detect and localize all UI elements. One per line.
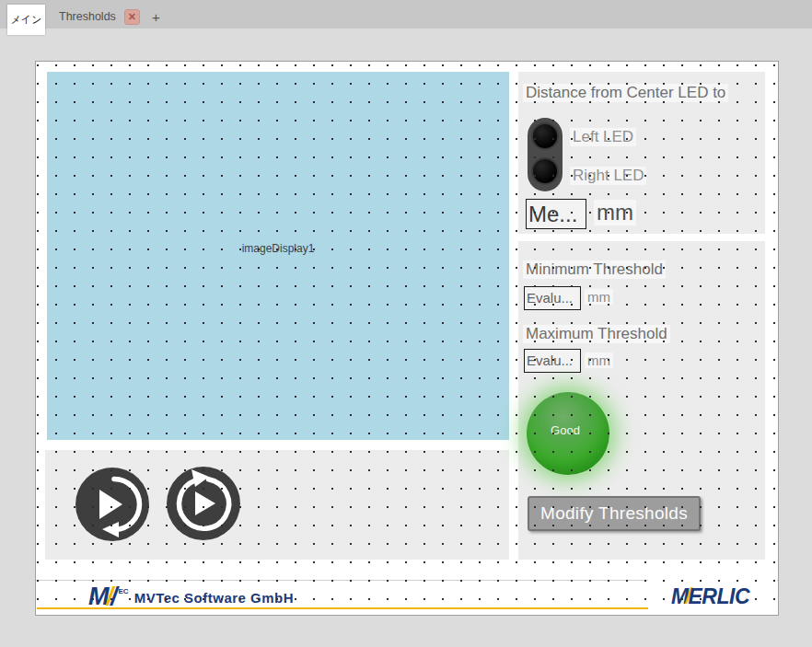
status-indicator: Good <box>527 392 609 475</box>
minimum-threshold-unit: mm <box>585 289 613 305</box>
tab-bar: Thresholds ✕ + <box>0 0 812 29</box>
right-led-radio[interactable] <box>531 157 559 185</box>
run-continuous-button[interactable] <box>167 467 240 540</box>
execution-panel <box>45 450 509 560</box>
measured-distance-unit: mm <box>594 200 636 225</box>
left-led-label: Left LED <box>570 128 636 146</box>
maximum-threshold-field[interactable]: Evalu... <box>524 349 581 373</box>
minimum-threshold-field[interactable]: Evalu... <box>524 286 581 310</box>
merlic-logo-box: M/ERLIC <box>648 579 777 614</box>
run-once-button[interactable] <box>75 468 149 541</box>
footer-accent-line <box>37 607 727 609</box>
image-display-label: imageDisplay1 <box>242 242 315 255</box>
new-tab-button[interactable]: + <box>152 9 160 25</box>
left-led-radio[interactable] <box>531 122 559 150</box>
maximum-threshold-label: Maximum Threshold <box>523 325 670 343</box>
modify-thresholds-button[interactable]: Modify Thresholds <box>528 496 701 531</box>
image-display[interactable]: imageDisplay1 <box>47 72 509 440</box>
right-led-label: Right LED <box>570 167 646 185</box>
mvtec-company-text: MVTec Software GmbH <box>134 590 294 606</box>
distance-panel: Distance from Center LED to Left LED Rig… <box>518 72 765 234</box>
design-canvas: imageDisplay1 Distance from Center LED t… <box>35 61 779 616</box>
status-label: Good <box>551 423 580 437</box>
mvtec-logo-mark: M// <box>88 584 115 608</box>
mvtec-logo: M// EC MVTec Software GmbH <box>88 583 294 608</box>
run-continuous-icon <box>167 467 240 540</box>
merlic-logo: M/ERLIC <box>671 584 749 609</box>
led-selector <box>528 118 563 191</box>
mvtec-logo-sup: EC <box>119 587 129 595</box>
threshold-panel: Minimum Threshold Evalu... mm Maximum Th… <box>518 241 765 560</box>
tab-thresholds-label: Thresholds <box>59 10 116 23</box>
run-once-icon <box>75 468 149 541</box>
minimum-threshold-label: Minimum Threshold <box>523 260 666 279</box>
distance-panel-title: Distance from Center LED to <box>523 84 728 102</box>
tab-main[interactable]: メイン <box>7 5 45 35</box>
close-icon[interactable]: ✕ <box>124 9 140 25</box>
maximum-threshold-unit: mm <box>585 352 613 368</box>
tab-thresholds[interactable]: Thresholds ✕ <box>59 5 140 29</box>
measured-distance-field[interactable]: Me... <box>526 199 586 229</box>
